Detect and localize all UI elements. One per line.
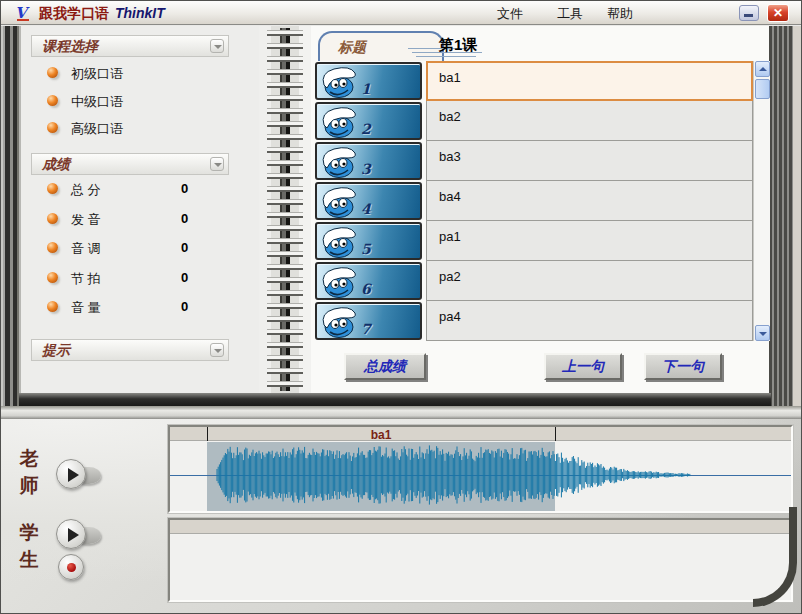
sentence-number: 7 — [361, 321, 371, 337]
orange-bullet-icon — [47, 67, 58, 78]
sentence-row: 2 ba2 — [313, 101, 753, 141]
hint-header-label: 提示 — [42, 342, 70, 358]
play-sentence-button-3[interactable]: 3 — [315, 142, 422, 180]
score-collapse-icon[interactable] — [210, 157, 224, 171]
sentence-cell[interactable]: pa1 — [426, 221, 753, 261]
score-label: 音 调 — [71, 240, 101, 258]
close-button[interactable]: ✕ — [767, 4, 789, 22]
sentence-cell-selected[interactable]: ba1 — [426, 61, 753, 101]
sentence-row: 5 pa1 — [313, 221, 753, 261]
menu-file[interactable]: 文件 — [490, 5, 530, 23]
teacher-audio-panel: ba1 — [168, 425, 793, 513]
sentence-number: 2 — [361, 121, 371, 137]
horizontal-splitter[interactable] — [1, 406, 802, 419]
sentence-number: 6 — [361, 281, 371, 297]
sentence-cell[interactable]: pa4 — [426, 301, 753, 341]
play-sentence-button-1[interactable]: 1 — [315, 62, 422, 100]
sentence-cell[interactable]: ba4 — [426, 181, 753, 221]
play-sentence-button-5[interactable]: 5 — [315, 222, 422, 260]
record-icon — [67, 563, 76, 572]
student-waveform[interactable] — [170, 535, 791, 600]
selection-start-tick[interactable] — [207, 427, 208, 441]
sentence-row: 6 pa2 — [313, 261, 753, 301]
score-section-header: 成绩 — [31, 153, 229, 175]
play-sentence-button-2[interactable]: 2 — [315, 102, 422, 140]
course-item-label: 中级口语 — [71, 93, 123, 111]
smurf-icon — [319, 105, 361, 139]
play-sentence-button-4[interactable]: 4 — [315, 182, 422, 220]
tab-title-label: 标题 — [338, 39, 366, 57]
course-collapse-icon[interactable] — [210, 39, 224, 53]
sentence-cell[interactable]: pa2 — [426, 261, 753, 301]
student-play-button[interactable] — [56, 519, 86, 549]
book-bottom-edge — [19, 393, 771, 406]
teacher-waveform[interactable] — [170, 442, 791, 511]
scroll-up-icon[interactable] — [755, 61, 770, 77]
course-section-header: 课程选择 — [31, 35, 229, 57]
orange-bullet-icon — [47, 95, 58, 106]
sentence-cell[interactable]: ba3 — [426, 141, 753, 181]
menu-help[interactable]: 帮助 — [600, 5, 640, 23]
list-scrollbar[interactable] — [753, 61, 770, 341]
smurf-icon — [319, 265, 361, 299]
orange-bullet-icon — [47, 242, 58, 253]
sidebar: 课程选择 初级口语 中级口语 高级口语 成绩 总 分 0 发 音 0 — [21, 26, 259, 393]
score-label: 总 分 — [71, 181, 101, 199]
course-item-label: 初级口语 — [71, 65, 123, 83]
sentence-row: 7 pa4 — [313, 301, 753, 341]
tab-title[interactable]: 标题 — [318, 31, 444, 61]
score-value: 0 — [181, 181, 188, 196]
sentence-row: 4 ba4 — [313, 181, 753, 221]
score-row-total: 总 分 0 — [43, 178, 233, 200]
window-title-cn: 跟我学口语 — [39, 5, 109, 23]
student-record-button[interactable] — [58, 554, 84, 580]
course-item-advanced[interactable]: 高级口语 — [43, 117, 233, 139]
sentence-number: 3 — [361, 161, 371, 177]
hint-collapse-icon[interactable] — [210, 343, 224, 357]
lesson-page: 标题 第1课 1 ba1 2 ba2 3 ba3 — [311, 26, 769, 393]
student-label: 学生 — [17, 519, 41, 573]
hint-section-header: 提示 — [31, 339, 229, 361]
book-right-edge — [769, 26, 793, 406]
orange-bullet-icon — [47, 122, 58, 133]
lesson-title: 第1课 — [439, 36, 477, 55]
score-row-rhythm: 节 拍 0 — [43, 267, 233, 289]
orange-bullet-icon — [47, 213, 58, 224]
next-sentence-button[interactable]: 下一句 — [644, 353, 722, 380]
total-score-button[interactable]: 总成绩 — [344, 353, 426, 380]
smurf-icon — [319, 65, 361, 99]
score-row-volume: 音 量 0 — [43, 296, 233, 318]
orange-bullet-icon — [47, 272, 58, 283]
course-item-intermediate[interactable]: 中级口语 — [43, 90, 233, 112]
menu-tools[interactable]: 工具 — [550, 5, 590, 23]
scrollbar-thumb[interactable] — [755, 79, 770, 99]
sentence-cell[interactable]: ba2 — [426, 101, 753, 141]
prev-sentence-button[interactable]: 上一句 — [544, 353, 622, 380]
book-left-edge — [1, 26, 21, 406]
course-item-label: 高级口语 — [71, 120, 123, 138]
spiral-binding — [259, 26, 311, 393]
score-row-tone: 音 调 0 — [43, 237, 233, 259]
window-title-en: ThinkIT — [115, 5, 165, 21]
score-value: 0 — [181, 299, 188, 314]
play-sentence-button-7[interactable]: 7 — [315, 302, 422, 340]
title-bar: V 跟我学口语 ThinkIT 文件 工具 帮助 ✕ — [1, 1, 802, 25]
score-value: 0 — [181, 270, 188, 285]
player-panel: 老师 学生 ba1 — [1, 419, 802, 614]
waveform-graphic — [170, 442, 791, 509]
teacher-play-button[interactable] — [56, 459, 86, 489]
course-item-beginner[interactable]: 初级口语 — [43, 62, 233, 84]
sentence-number: 1 — [361, 81, 371, 97]
score-row-pronunciation: 发 音 0 — [43, 208, 233, 230]
selection-end-tick[interactable] — [555, 427, 556, 441]
spiral-coil-icon — [267, 28, 303, 391]
play-sentence-button-6[interactable]: 6 — [315, 262, 422, 300]
play-icon — [68, 468, 79, 482]
scroll-down-icon[interactable] — [755, 325, 770, 341]
sentence-row: 3 ba3 — [313, 141, 753, 181]
student-waveform-header — [170, 520, 791, 534]
minimize-button[interactable] — [739, 5, 759, 21]
course-header-label: 课程选择 — [42, 38, 98, 54]
waveform-header: ba1 — [170, 427, 791, 441]
score-value: 0 — [181, 240, 188, 255]
